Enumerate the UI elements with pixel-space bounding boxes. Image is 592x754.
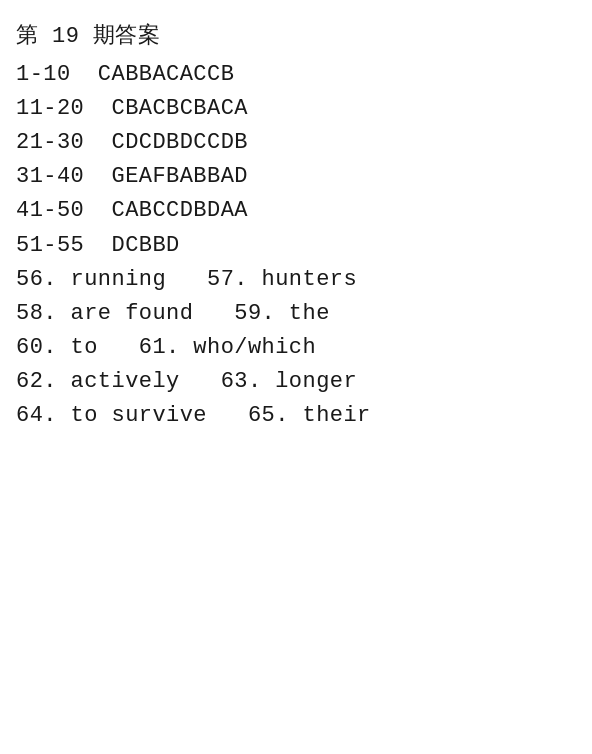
answer-line-q21-30: 21-30 CDCDBDCCDB [16,126,576,160]
answer-line-q31-40: 31-40 GEAFBABBAD [16,160,576,194]
answer-line-q11-20: 11-20 CBACBCBACA [16,92,576,126]
answer-sheet: 第 19 期答案1-10 CABBACACCB11-20 CBACBCBACA2… [16,20,576,433]
answer-line-q51-55: 51-55 DCBBD [16,229,576,263]
answer-line-q60-61: 60. to 61. who/which [16,331,576,365]
answer-line-q56-57: 56. running 57. hunters [16,263,576,297]
answer-line-q64-65: 64. to survive 65. their [16,399,576,433]
answer-line-q62-63: 62. actively 63. longer [16,365,576,399]
answer-line-title: 第 19 期答案 [16,20,576,54]
answer-line-q1-10: 1-10 CABBACACCB [16,58,576,92]
answer-line-q41-50: 41-50 CABCCDBDAA [16,194,576,228]
answer-line-q58-59: 58. are found 59. the [16,297,576,331]
